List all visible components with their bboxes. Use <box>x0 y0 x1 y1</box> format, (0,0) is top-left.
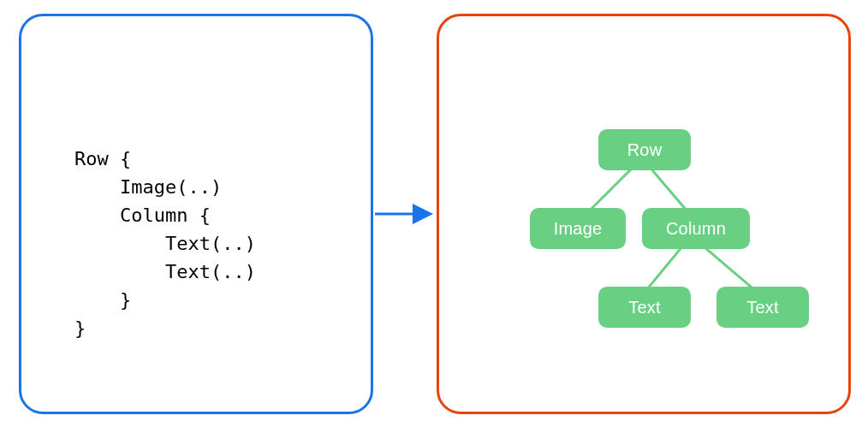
code-panel: Row { Image(..) Column { Text(..) Text(.… <box>19 14 373 414</box>
tree-node-text-2: Text <box>716 287 809 328</box>
tree-node-image: Image <box>530 208 626 249</box>
tree-node-column: Column <box>642 208 750 249</box>
tree-node-row: Row <box>598 129 691 170</box>
arrow-icon <box>373 204 437 224</box>
code-snippet: Row { Image(..) Column { Text(..) Text(.… <box>21 16 371 342</box>
widget-tree: Row Image Column Text Text <box>439 16 848 412</box>
tree-panel: Row Image Column Text Text <box>437 14 851 414</box>
tree-node-text-1: Text <box>598 287 691 328</box>
